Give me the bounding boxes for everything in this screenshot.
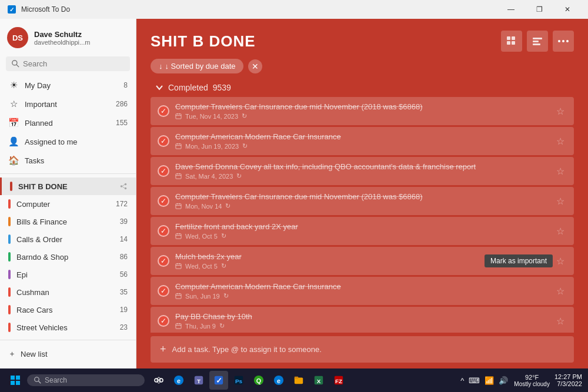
sidebar-item-race-cars[interactable]: Race Cars 19 — [0, 301, 136, 319]
wifi-icon[interactable]: 📶 — [483, 375, 495, 386]
sidebar-item-important[interactable]: ☆ Important 286 — [0, 95, 136, 113]
sidebar-item-street-vehicles[interactable]: Street Vehicles 23 — [0, 319, 136, 336]
volume-icon[interactable]: 🔊 — [497, 375, 509, 386]
sidebar-item-shit-b-done[interactable]: SHIT B DONE — [0, 177, 136, 195]
explorer-button[interactable] — [289, 371, 308, 390]
system-clock[interactable]: 12:27 PM 7/3/2022 — [554, 373, 582, 387]
sort-button[interactable]: ↓ ↓ Sorted by due date — [151, 59, 243, 73]
sort-clear-button[interactable]: ✕ — [248, 59, 262, 73]
completed-header[interactable]: Completed 9539 — [151, 79, 574, 97]
task-star-button[interactable]: ☆ — [554, 105, 567, 118]
task-checkbox[interactable]: ✓ — [158, 165, 169, 177]
filezilla-button[interactable]: FZ — [329, 371, 348, 390]
task-body: Dave Send Donna Covey all tax info, incl… — [175, 162, 548, 180]
task-star-button[interactable]: ☆ — [554, 284, 567, 298]
task-checkbox[interactable]: ✓ — [158, 315, 169, 327]
task-view-button[interactable] — [149, 371, 168, 390]
task-meta: Wed, Oct 5 ↻ — [175, 232, 548, 240]
todo-button[interactable]: ✓ — [209, 371, 228, 390]
taskbar-search-label: Search — [45, 376, 67, 384]
sidebar-item-my-day[interactable]: ☀ My Day 8 — [0, 76, 136, 95]
sidebar-item-planned[interactable]: 📅 Planned 155 — [0, 113, 136, 132]
sidebar-item-computer[interactable]: Computer 172 — [0, 195, 136, 213]
task-date: Wed, Oct 5 — [185, 263, 218, 270]
svg-text:e: e — [177, 377, 181, 384]
sidebar-item-count: 56 — [120, 270, 128, 279]
mark-important-tooltip: Mark as important — [485, 254, 553, 267]
svg-point-6 — [125, 187, 127, 190]
task-item: ✓ Pay BB Chase by 10th Thu, Jun 9 ↻ — [151, 307, 574, 333]
more-options-button[interactable] — [553, 31, 574, 52]
svg-line-56 — [39, 381, 41, 384]
svg-rect-43 — [176, 294, 181, 299]
start-button[interactable] — [6, 371, 25, 390]
task-checkbox[interactable]: ✓ — [158, 135, 169, 147]
maximize-button[interactable]: ❐ — [526, 0, 553, 19]
task-star-button[interactable]: ☆ — [554, 225, 567, 238]
add-task-bar[interactable]: + Add a task. Type @ to assign it to som… — [151, 336, 574, 363]
sort-icon: ↓ — [159, 62, 163, 71]
sidebar-item-label: Computer — [16, 200, 110, 209]
sidebar-item-label: Race Cars — [16, 306, 114, 314]
sidebar-item-barndo-shop[interactable]: Barndo & Shop 86 — [0, 248, 136, 266]
search-input[interactable] — [23, 59, 124, 68]
svg-point-55 — [35, 377, 39, 382]
task-star-button[interactable]: ☆ — [554, 254, 567, 268]
task-date: Mon, Jun 19, 2023 — [185, 143, 239, 150]
photoshop-button[interactable]: Ps — [229, 371, 248, 390]
list-color-indicator — [10, 182, 12, 191]
task-star-button[interactable]: ☆ — [554, 165, 567, 178]
sidebar-item-label: Important — [25, 100, 110, 109]
taskbar-search[interactable]: Search — [27, 374, 145, 386]
sidebar-item-tasks[interactable]: 🏠 Tasks — [0, 151, 136, 170]
task-body: Computer American Modern Race Car Insura… — [175, 132, 548, 150]
weather-widget[interactable]: 92°F Mostly cloudy — [514, 374, 550, 387]
task-star-button[interactable]: ☆ — [554, 314, 567, 328]
repeat-icon: ↻ — [223, 292, 229, 300]
excel-button[interactable]: X — [309, 371, 328, 390]
sidebar-item-count: 8 — [123, 81, 128, 89]
task-checkbox[interactable]: ✓ — [158, 105, 169, 117]
minimize-button[interactable]: — — [497, 0, 524, 19]
edge2-button[interactable]: e — [269, 371, 288, 390]
sidebar-item-epi[interactable]: Epi 56 — [0, 266, 136, 283]
sidebar-item-calls-order[interactable]: Calls & Order 14 — [0, 230, 136, 248]
repeat-icon: ↻ — [221, 232, 226, 240]
close-button[interactable]: ✕ — [554, 0, 581, 19]
sidebar-item-cushman[interactable]: Cushman 35 — [0, 283, 136, 301]
chevron-icon[interactable]: ^ — [459, 375, 465, 386]
edge-button[interactable]: e — [169, 371, 188, 390]
task-checkbox[interactable]: ✓ — [158, 255, 169, 267]
svg-rect-31 — [176, 204, 181, 209]
keyboard-icon[interactable]: ⌨ — [467, 375, 481, 386]
task-title: Computer Travelers Car Insurance due mid… — [175, 192, 548, 201]
calendar-icon — [175, 323, 182, 329]
task-checkbox[interactable]: ✓ — [158, 195, 169, 207]
task-checkbox[interactable]: ✓ — [158, 285, 169, 297]
task-meta: Mon, Jun 19, 2023 ↻ — [175, 142, 548, 150]
task-date: Sun, Jun 19 — [185, 293, 220, 300]
task-star-button[interactable]: ☆ — [554, 135, 567, 148]
sidebar-item-assigned[interactable]: 👤 Assigned to me — [0, 132, 136, 151]
task-title: Computer American Modern Race Car Insura… — [175, 282, 548, 291]
task-star-button[interactable]: ☆ — [554, 195, 567, 208]
filezilla-icon: FZ — [333, 375, 344, 386]
star-icon: ☆ — [8, 99, 19, 109]
sidebar-item-bills-finance[interactable]: Bills & Finance 39 — [0, 213, 136, 230]
view-toggle-button[interactable] — [501, 31, 522, 52]
search-icon — [34, 377, 41, 384]
teams-button[interactable]: T — [189, 371, 208, 390]
repeat-icon: ↻ — [219, 322, 225, 330]
task-item: ✓ Computer American Modern Race Car Insu… — [151, 277, 574, 305]
todo-icon: ✓ — [213, 375, 224, 386]
new-list-button[interactable]: ＋ New list — [0, 344, 136, 364]
list-color-indicator — [8, 234, 11, 244]
svg-rect-13 — [533, 38, 542, 39]
task-checkbox[interactable]: ✓ — [158, 225, 169, 237]
excel-icon: X — [313, 375, 324, 386]
list-color-indicator — [8, 305, 11, 314]
layout-button[interactable] — [527, 31, 548, 52]
quickbooks-button[interactable]: Q — [249, 371, 268, 390]
repeat-icon: ↻ — [221, 262, 226, 270]
search-box[interactable] — [6, 56, 130, 71]
